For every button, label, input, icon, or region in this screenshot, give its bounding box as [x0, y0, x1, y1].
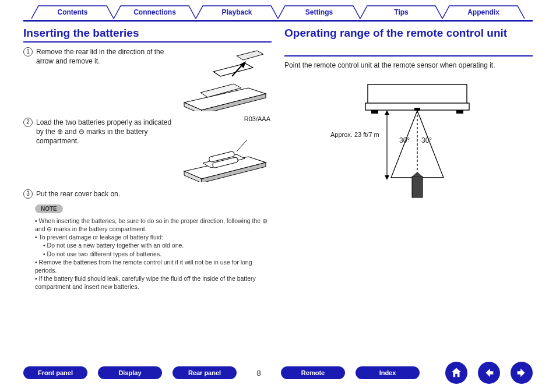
- next-page-button[interactable]: [511, 362, 533, 384]
- tab-connections[interactable]: Connections: [112, 5, 197, 20]
- step-1-text: Remove the rear lid in the direction of …: [36, 47, 173, 66]
- svg-marker-22: [385, 110, 389, 115]
- tab-tips[interactable]: Tips: [359, 5, 444, 20]
- tab-label: Appendix: [467, 8, 499, 16]
- tab-label: Connections: [133, 8, 176, 16]
- range-description: Point the remote control unit at the rem…: [284, 61, 533, 69]
- tab-label: Contents: [58, 8, 88, 16]
- note-subitem: Do not use a new battery together with a…: [43, 241, 272, 249]
- link-display[interactable]: Display: [98, 366, 162, 379]
- link-remote[interactable]: Remote: [281, 366, 345, 379]
- note-item: Remove the batteries from the remote con…: [35, 258, 272, 274]
- prev-page-button[interactable]: [478, 362, 500, 384]
- home-icon: [450, 366, 463, 379]
- step-3-text: Put the rear cover back on.: [36, 189, 272, 199]
- note-item: If the battery fluid should leak, carefu…: [35, 274, 272, 291]
- tab-appendix[interactable]: Appendix: [441, 5, 526, 20]
- svg-rect-19: [412, 176, 423, 197]
- tab-playback[interactable]: Playback: [195, 5, 279, 20]
- top-divider: [23, 20, 533, 22]
- step-2-number: 2: [23, 118, 33, 127]
- svg-rect-16: [456, 110, 463, 114]
- heading-range: Operating range of the remote control un…: [284, 26, 533, 56]
- tab-settings[interactable]: Settings: [277, 5, 361, 20]
- tab-contents[interactable]: Contents: [30, 5, 115, 20]
- link-front-panel[interactable]: Front panel: [23, 366, 87, 379]
- angle-right-label: 30°: [421, 136, 432, 144]
- arrow-left-icon: [483, 366, 495, 379]
- home-button[interactable]: [445, 362, 467, 384]
- note-item: When inserting the batteries, be sure to…: [35, 217, 272, 233]
- figure-operating-range: Approx. 23 ft/7 m 30° 30°: [284, 79, 533, 201]
- step-2: 2 Load the two batteries properly as ind…: [23, 118, 173, 146]
- link-index[interactable]: Index: [356, 366, 420, 379]
- step-1: 1 Remove the rear lid in the direction o…: [23, 47, 173, 66]
- heading-batteries: Inserting the batteries: [23, 26, 272, 43]
- tab-label: Playback: [221, 8, 252, 16]
- svg-marker-23: [385, 175, 389, 180]
- link-rear-panel[interactable]: Rear panel: [173, 366, 237, 379]
- arrow-right-icon: [515, 366, 528, 379]
- distance-label: Approx. 23 ft/7 m: [330, 131, 379, 138]
- svg-marker-6: [237, 51, 263, 60]
- svg-rect-15: [371, 110, 378, 114]
- top-tab-bar: Contents Connections Playback Settings T…: [0, 0, 556, 20]
- step-3: 3 Put the rear cover back on.: [23, 189, 272, 199]
- figure-remove-lid: [178, 47, 272, 113]
- notes-list: When inserting the batteries, be sure to…: [23, 217, 272, 291]
- note-badge: NOTE: [35, 204, 63, 213]
- step-2-text: Load the two batteries properly as indic…: [36, 118, 173, 146]
- battery-type-label: R03/AAA: [244, 115, 270, 122]
- note-subitem: Do not use two different types of batter…: [43, 250, 272, 258]
- svg-rect-13: [368, 84, 467, 105]
- step-1-number: 1: [23, 47, 33, 56]
- tab-label: Tips: [394, 8, 408, 16]
- step-3-number: 3: [23, 189, 33, 199]
- note-item: To prevent damage or leakage of battery …: [35, 233, 272, 258]
- angle-left-label: 30°: [399, 136, 410, 144]
- page-number: 8: [247, 369, 270, 377]
- bottom-bar: Front panel Display Rear panel 8 Remote …: [0, 362, 556, 384]
- figure-insert-batteries: R03/AAA: [178, 118, 272, 183]
- tab-label: Settings: [305, 8, 333, 16]
